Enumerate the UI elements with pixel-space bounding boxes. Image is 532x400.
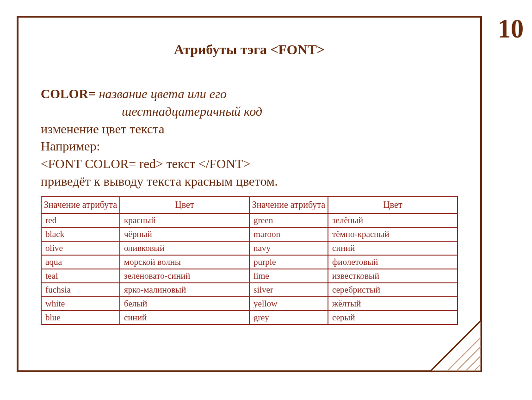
table-row: redкрасныйgreenзелёный bbox=[41, 213, 458, 227]
table-cell: lime bbox=[249, 269, 328, 283]
desc-result: приведёт к выводу текста красным цветом. bbox=[41, 173, 458, 190]
svg-line-2 bbox=[434, 324, 477, 368]
table-cell: red bbox=[41, 213, 120, 227]
table-cell: синий bbox=[120, 311, 249, 325]
table-cell: black bbox=[41, 227, 120, 241]
table-row: blueсинийgreyсерый bbox=[41, 311, 458, 325]
svg-marker-0 bbox=[430, 320, 481, 371]
table-cell: green bbox=[249, 213, 328, 227]
corner-fold-icon bbox=[430, 320, 481, 371]
example-code: <FONT COLOR= red> текст </FONT> bbox=[41, 155, 458, 173]
color-table: Значение атрибута Цвет Значение атрибута… bbox=[41, 196, 458, 325]
table-cell: зелёный bbox=[328, 213, 458, 227]
table-cell: синий bbox=[328, 241, 458, 255]
slide-title: Атрибуты тэга <FONT> bbox=[19, 42, 480, 57]
table-head: Значение атрибута Цвет Значение атрибута… bbox=[41, 196, 458, 213]
table-cell: fuchsia bbox=[41, 283, 120, 297]
th-1: Цвет bbox=[120, 196, 249, 213]
slide-content: COLOR= название цвета или его шестнадцат… bbox=[41, 85, 458, 190]
attr-desc-1: название цвета или его bbox=[96, 87, 227, 101]
svg-line-3 bbox=[447, 337, 481, 371]
table-cell: white bbox=[41, 297, 120, 311]
table-row: aquaморской волныpurpleфиолетовый bbox=[41, 255, 458, 269]
table-cell: тёмно-красный bbox=[328, 227, 458, 241]
table-cell: белый bbox=[120, 297, 249, 311]
attr-label: COLOR= bbox=[41, 87, 96, 101]
table-cell: чёрный bbox=[120, 227, 249, 241]
table-cell: silver bbox=[249, 283, 328, 297]
desc-example-label: Например: bbox=[41, 138, 458, 155]
table-cell: серый bbox=[328, 311, 458, 325]
table-row: whiteбелыйyellowжёлтый bbox=[41, 297, 458, 311]
svg-line-6 bbox=[474, 364, 481, 371]
table-cell: blue bbox=[41, 311, 120, 325]
attr-line-1: COLOR= название цвета или его bbox=[41, 85, 458, 103]
table-row: tealзеленовато-синийlimeизвестковый bbox=[41, 269, 458, 283]
table-cell: оливковый bbox=[120, 241, 249, 255]
table-cell: yellow bbox=[249, 297, 328, 311]
table-cell: жёлтый bbox=[328, 297, 458, 311]
svg-line-5 bbox=[465, 356, 481, 371]
table-row: oliveоливковыйnavyсиний bbox=[41, 241, 458, 255]
table-cell: purple bbox=[249, 255, 328, 269]
th-0: Значение атрибута bbox=[41, 196, 120, 213]
table-row: fuchsiaярко-малиновыйsilverсеребристый bbox=[41, 283, 458, 297]
table-cell: grey bbox=[249, 311, 328, 325]
svg-marker-1 bbox=[430, 320, 481, 371]
table-cell: maroon bbox=[249, 227, 328, 241]
desc-change: изменение цвет текста bbox=[41, 120, 458, 138]
table-body: redкрасныйgreenзелёныйblackчёрныйmaroonт… bbox=[41, 213, 458, 325]
page-number: 10 bbox=[498, 14, 524, 44]
table-cell: зеленовато-синий bbox=[120, 269, 249, 283]
attr-desc-2: шестнадцатеричный код bbox=[41, 103, 458, 120]
th-2: Значение атрибута bbox=[249, 196, 328, 213]
table-header-row: Значение атрибута Цвет Значение атрибута… bbox=[41, 196, 458, 213]
svg-line-4 bbox=[456, 346, 481, 371]
table-cell: морской волны bbox=[120, 255, 249, 269]
table-cell: ярко-малиновый bbox=[120, 283, 249, 297]
table-cell: teal bbox=[41, 269, 120, 283]
table-cell: navy bbox=[249, 241, 328, 255]
table-row: blackчёрныйmaroonтёмно-красный bbox=[41, 227, 458, 241]
table-cell: aqua bbox=[41, 255, 120, 269]
table-cell: серебристый bbox=[328, 283, 458, 297]
slide-frame: Атрибуты тэга <FONT> COLOR= название цве… bbox=[17, 16, 482, 372]
table-cell: известковый bbox=[328, 269, 458, 283]
th-3: Цвет bbox=[328, 196, 458, 213]
table-cell: фиолетовый bbox=[328, 255, 458, 269]
table-cell: olive bbox=[41, 241, 120, 255]
table-cell: красный bbox=[120, 213, 249, 227]
